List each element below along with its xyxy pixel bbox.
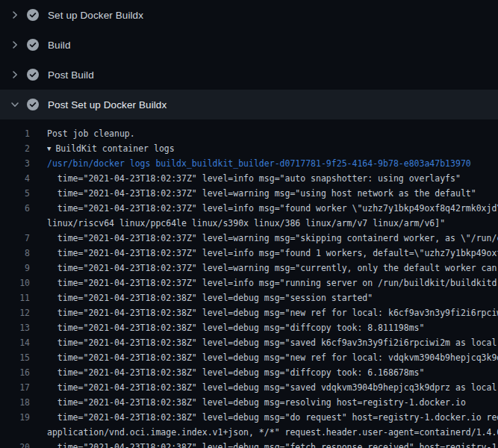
chevron-down-icon[interactable] [9,99,21,111]
check-circle-icon [27,99,39,111]
step-header-setup-docker-buildx[interactable]: Set up Docker Buildx [0,0,498,30]
step-log-panel: 1Post job cleanup.2▼BuildKit container l… [0,119,498,448]
line-number[interactable]: 17 [0,380,30,395]
log-line: 11 time="2021-04-23T18:02:38Z" level=deb… [0,290,498,305]
log-text: time="2021-04-23T18:02:38Z" level=debug … [47,335,498,350]
log-line: 15 time="2021-04-23T18:02:38Z" level=deb… [0,350,498,365]
log-text: time="2021-04-23T18:02:38Z" level=debug … [47,410,498,425]
line-number[interactable]: 9 [0,261,30,276]
line-number[interactable]: 14 [0,335,30,350]
log-line: 5 time="2021-04-23T18:02:37Z" level=warn… [0,186,498,201]
line-number[interactable]: 19 [0,410,30,425]
log-line: 3/usr/bin/docker logs buildx_buildkit_bu… [0,156,498,171]
line-number[interactable]: 6 [0,201,30,216]
step-label: Post Set up Docker Buildx [48,99,166,111]
line-number[interactable]: 15 [0,350,30,365]
log-text: time="2021-04-23T18:02:37Z" level=info m… [47,276,498,290]
log-text: time="2021-04-23T18:02:38Z" level=debug … [47,290,498,305]
log-line: 18 time="2021-04-23T18:02:38Z" level=deb… [0,395,498,410]
step-header-post-build[interactable]: Post Build [0,60,498,90]
line-number[interactable]: 4 [0,171,30,186]
log-group-title[interactable]: BuildKit container logs [55,143,174,154]
line-number [0,425,30,440]
log-text: time="2021-04-23T18:02:38Z" level=debug … [47,350,498,365]
line-number[interactable]: 13 [0,320,30,335]
line-number[interactable]: 10 [0,276,30,290]
log-line: 16 time="2021-04-23T18:02:38Z" level=deb… [0,365,498,380]
step-label: Post Build [48,69,94,81]
log-text: linux/riscv64 linux/ppc64le linux/s390x … [47,216,498,231]
log-line: 19 time="2021-04-23T18:02:38Z" level=deb… [0,410,498,425]
log-text: time="2021-04-23T18:02:37Z" level=warnin… [47,186,498,201]
job-steps-list: Set up Docker Buildx Build Post Build Po… [0,0,498,119]
log-text: time="2021-04-23T18:02:37Z" level=info m… [47,171,498,186]
line-number[interactable]: 18 [0,395,30,410]
line-number[interactable]: 7 [0,231,30,246]
log-command-text: /usr/bin/docker logs buildx_buildkit_bui… [47,156,498,171]
line-number[interactable]: 16 [0,365,30,380]
log-text: Post job cleanup. [47,126,498,141]
chevron-right-icon[interactable] [9,69,21,81]
line-number[interactable]: 1 [0,126,30,141]
log-line: 2▼BuildKit container logs [0,141,498,156]
log-line: 6 time="2021-04-23T18:02:37Z" level=info… [0,201,498,216]
log-line: 13 time="2021-04-23T18:02:38Z" level=deb… [0,320,498,335]
step-header-post-setup-docker-buildx[interactable]: Post Set up Docker Buildx [0,90,498,119]
line-number[interactable]: 8 [0,246,30,261]
line-number[interactable]: 3 [0,156,30,171]
log-text: time="2021-04-23T18:02:37Z" level=warnin… [47,231,498,246]
line-number[interactable]: 12 [0,305,30,320]
line-number [0,216,30,231]
log-text: time="2021-04-23T18:02:38Z" level=debug … [47,305,498,320]
log-text: time="2021-04-23T18:02:37Z" level=warnin… [47,261,498,276]
step-label: Set up Docker Buildx [48,10,143,21]
log-text: ▼BuildKit container logs [47,141,498,156]
log-line: 1Post job cleanup. [0,126,498,141]
line-number[interactable]: 2 [0,141,30,156]
log-text: time="2021-04-23T18:02:38Z" level=debug … [47,320,498,335]
line-number[interactable]: 5 [0,186,30,201]
log-line: 17 time="2021-04-23T18:02:38Z" level=deb… [0,380,498,395]
log-line: 10 time="2021-04-23T18:02:37Z" level=inf… [0,276,498,290]
check-circle-icon [27,39,39,51]
step-label: Build [48,40,71,51]
check-circle-icon [27,69,39,81]
log-text: time="2021-04-23T18:02:38Z" level=debug … [47,380,498,395]
log-line-continuation: linux/riscv64 linux/ppc64le linux/s390x … [0,216,498,231]
collapse-triangle-icon[interactable]: ▼ [47,141,51,156]
log-text: time="2021-04-23T18:02:38Z" level=debug … [47,395,498,410]
log-text: time="2021-04-23T18:02:38Z" level=debug … [47,440,498,448]
log-text: time="2021-04-23T18:02:38Z" level=debug … [47,365,498,380]
line-number[interactable]: 20 [0,440,30,448]
log-line: 4 time="2021-04-23T18:02:37Z" level=info… [0,171,498,186]
log-text: time="2021-04-23T18:02:37Z" level=info m… [47,201,498,216]
step-header-build[interactable]: Build [0,30,498,60]
log-line-continuation: application/vnd.oci.image.index.v1+json,… [0,425,498,440]
line-number[interactable]: 11 [0,290,30,305]
chevron-right-icon[interactable] [9,9,21,21]
log-line: 20 time="2021-04-23T18:02:38Z" level=deb… [0,440,498,448]
log-line: 12 time="2021-04-23T18:02:38Z" level=deb… [0,305,498,320]
log-line: 8 time="2021-04-23T18:02:37Z" level=info… [0,246,498,261]
log-text: time="2021-04-23T18:02:37Z" level=info m… [47,246,498,261]
chevron-right-icon[interactable] [9,39,21,51]
log-line: 7 time="2021-04-23T18:02:37Z" level=warn… [0,231,498,246]
log-line: 14 time="2021-04-23T18:02:38Z" level=deb… [0,335,498,350]
check-circle-icon [27,9,39,21]
log-text: application/vnd.oci.image.index.v1+json,… [47,425,498,440]
log-line: 9 time="2021-04-23T18:02:37Z" level=warn… [0,261,498,276]
